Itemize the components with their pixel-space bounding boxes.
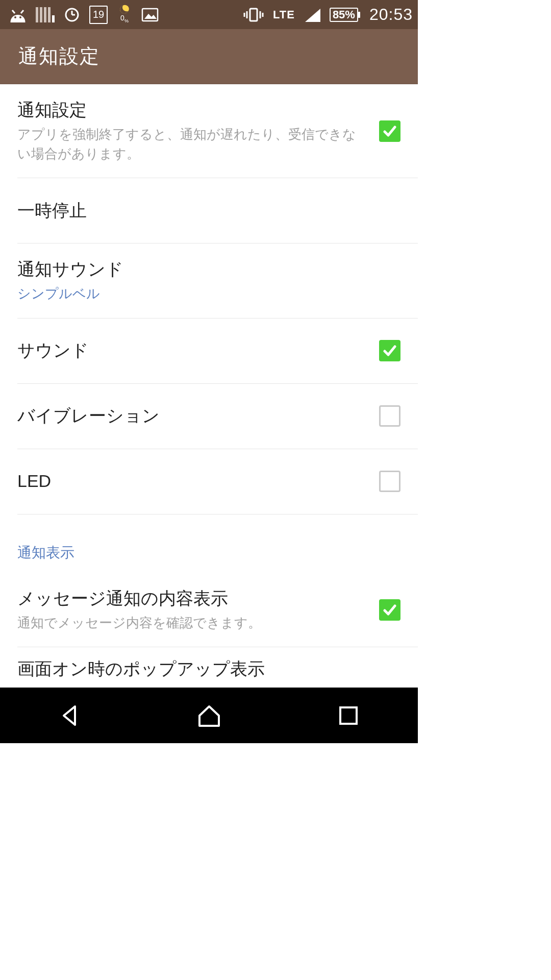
row-value: OFF <box>17 684 390 688</box>
row-notification-sound[interactable]: 通知サウンド シンプルベル <box>17 243 418 318</box>
row-sound[interactable]: サウンド <box>17 318 418 384</box>
calendar-day-icon: 19 <box>89 6 108 24</box>
checkbox-message-content[interactable] <box>379 599 400 621</box>
row-title: LED <box>17 470 369 493</box>
checkbox-notification[interactable] <box>379 120 400 142</box>
calendar-day-value: 19 <box>93 9 104 20</box>
row-message-content[interactable]: メッセージ通知の内容表示 通知でメッセージ内容を確認できます。 <box>17 573 418 648</box>
row-title: 画面オン時のポップアップ表示 <box>17 657 390 681</box>
recents-button[interactable] <box>333 700 364 731</box>
battery-level: 85% <box>330 8 358 22</box>
app-bar: 通知設定 <box>0 29 418 84</box>
svg-rect-4 <box>250 9 257 21</box>
android-nav-bar <box>0 688 418 743</box>
equalizer-bars-icon <box>36 7 55 22</box>
picture-icon <box>141 8 159 22</box>
checkbox-led[interactable] <box>379 471 400 492</box>
checkbox-sound[interactable] <box>379 340 400 361</box>
status-left: 19 0% <box>9 5 159 24</box>
clock: 20:53 <box>367 5 413 24</box>
row-value: シンプルベル <box>17 284 390 304</box>
row-subtitle: アプリを強制終了すると、通知が遅れたり、受信できない場合があります。 <box>17 125 369 163</box>
battery-indicator: 85% <box>330 8 358 22</box>
weather-icon: 0% <box>117 5 132 24</box>
row-popup-screen-on[interactable]: 画面オン時のポップアップ表示 OFF <box>17 647 418 688</box>
settings-content[interactable]: 通知設定 アプリを強制終了すると、通知が遅れたり、受信できない場合があります。 … <box>0 84 418 688</box>
row-title: メッセージ通知の内容表示 <box>17 587 369 610</box>
page-title: 通知設定 <box>18 43 100 69</box>
row-title: 通知設定 <box>17 99 369 122</box>
svg-rect-3 <box>142 9 158 21</box>
timer-icon <box>64 7 80 23</box>
vibrate-icon <box>243 7 264 22</box>
status-bar: 19 0% LTE 85% 20:53 <box>0 0 418 29</box>
row-vibration[interactable]: バイブレーション <box>17 384 418 449</box>
android-head-icon <box>9 7 27 22</box>
signal-icon <box>304 8 320 22</box>
home-button[interactable] <box>194 700 224 731</box>
network-type: LTE <box>273 8 295 21</box>
row-title: 通知サウンド <box>17 258 390 281</box>
checkbox-vibration[interactable] <box>379 405 400 427</box>
svg-point-0 <box>14 16 16 18</box>
row-notification-settings[interactable]: 通知設定 アプリを強制終了すると、通知が遅れたり、受信できない場合があります。 <box>17 84 418 178</box>
row-led[interactable]: LED <box>17 449 418 514</box>
row-subtitle: 通知でメッセージ内容を確認できます。 <box>17 614 369 633</box>
row-title: 一時停止 <box>17 199 390 223</box>
status-right: LTE 85% 20:53 <box>243 5 413 24</box>
weather-unit: % <box>124 18 129 23</box>
weather-pct: 0 <box>120 14 124 22</box>
row-title: サウンド <box>17 339 369 362</box>
back-button[interactable] <box>55 700 85 731</box>
row-pause[interactable]: 一時停止 <box>17 178 418 243</box>
row-title: バイブレーション <box>17 404 369 428</box>
svg-point-1 <box>19 16 21 18</box>
svg-rect-5 <box>340 707 357 724</box>
section-header-notification-display: 通知表示 <box>17 514 418 573</box>
